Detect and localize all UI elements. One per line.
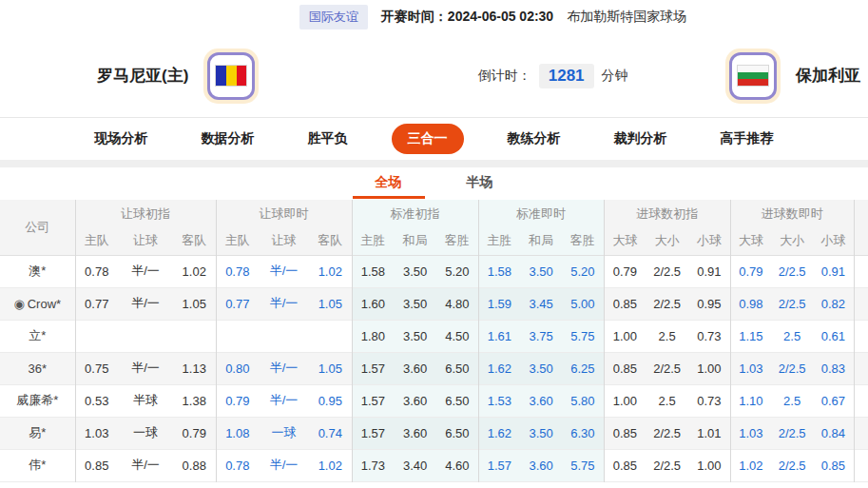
- match-header: 罗马尼亚(主) 倒计时： 1281 分钟 保加利亚: [0, 34, 868, 117]
- company-cell[interactable]: 威廉希*: [0, 384, 75, 417]
- subcol-header: 让球: [259, 227, 309, 255]
- subcol-header: 大小: [771, 227, 813, 255]
- odds-cell: 0.61: [813, 320, 854, 352]
- odds-cell: 1.01: [688, 417, 730, 449]
- group-standard-live: 标准即时: [478, 200, 604, 227]
- odds-cell: 0.98: [730, 287, 771, 320]
- odds-cell: 5.20: [436, 255, 478, 287]
- odds-cell: 0.83: [813, 352, 854, 384]
- odds-cell: 1.03: [730, 417, 771, 449]
- odds-cell: 1.38: [173, 384, 216, 417]
- odds-cell: 0.95: [309, 384, 352, 417]
- odds-cell: 3.50: [394, 255, 436, 287]
- company-cell[interactable]: ◉Crow*: [0, 287, 75, 320]
- odds-cell: 3.60: [394, 352, 436, 384]
- odds-cell: 2.5: [646, 384, 688, 417]
- odds-cell: 1.80: [352, 320, 394, 352]
- cutoff-cell: [854, 417, 868, 449]
- romania-flag-icon: [215, 65, 247, 87]
- odds-cell: 1.60: [352, 287, 394, 320]
- odds-cell: 1.73: [352, 449, 394, 481]
- odds-cell: 0.73: [688, 320, 730, 352]
- subcol-header: 客队: [173, 227, 216, 255]
- odds-cell: 半/一: [118, 255, 173, 287]
- company-column-header: 公司: [0, 200, 75, 255]
- odds-cell: 0.82: [813, 287, 854, 320]
- company-cell[interactable]: 立*: [0, 320, 75, 352]
- odds-cell: 3.40: [394, 449, 436, 481]
- tab-win-draw-lose[interactable]: 胜平负: [299, 124, 357, 154]
- odds-cell: 0.85: [604, 449, 646, 481]
- tab-live-analysis[interactable]: 现场分析: [86, 124, 158, 154]
- subcol-header: 客胜: [562, 227, 604, 255]
- odds-cell: [216, 320, 259, 352]
- odds-cell: 5.75: [562, 449, 604, 481]
- home-flag-frame: [203, 49, 259, 104]
- odds-cell: 1.03: [75, 417, 118, 449]
- odds-cell: 0.88: [173, 449, 216, 481]
- subcol-header: 和局: [520, 227, 562, 255]
- odds-cell: 0.67: [813, 384, 854, 417]
- odds-cell: 0.85: [604, 417, 646, 449]
- odds-cell: 2.5: [771, 320, 813, 352]
- odds-cell: 1.57: [352, 384, 394, 417]
- countdown-unit: 分钟: [602, 68, 628, 85]
- tab-data-analysis[interactable]: 数据分析: [192, 124, 264, 154]
- odds-cell: 0.80: [216, 352, 259, 384]
- home-team-name: 罗马尼亚(主): [97, 65, 188, 87]
- odds-row: 立*1.803.504.501.613.755.751.002.50.731.1…: [0, 320, 868, 352]
- odds-cell: 半/一: [259, 384, 309, 417]
- odds-cell: [75, 320, 118, 352]
- odds-cell: 6.50: [436, 417, 478, 449]
- odds-cell: 1.02: [309, 449, 352, 481]
- odds-cell: 1.08: [216, 417, 259, 449]
- odds-cell: 0.75: [75, 352, 118, 384]
- analysis-nav: 现场分析 数据分析 胜平负 三合一 教练分析 裁判分析 高手推荐: [0, 117, 868, 160]
- odds-cell: 3.60: [520, 384, 562, 417]
- company-cell[interactable]: 澳*: [0, 255, 75, 287]
- odds-cell: 1.13: [173, 352, 216, 384]
- subtab-half-match[interactable]: 半场: [444, 167, 516, 199]
- odds-cell: 0.95: [688, 287, 730, 320]
- tab-referee-analysis[interactable]: 裁判分析: [605, 124, 677, 154]
- odds-cell: 6.50: [436, 384, 478, 417]
- league-badge: 国际友谊: [299, 5, 368, 29]
- tab-three-in-one[interactable]: 三合一: [392, 124, 464, 154]
- odds-cell: 2/2.5: [646, 417, 688, 449]
- company-cell[interactable]: 易*: [0, 417, 75, 449]
- odds-cell: 2/2.5: [771, 449, 813, 481]
- odds-row: 36*0.75半/一1.130.80半/一1.051.573.606.501.6…: [0, 352, 868, 384]
- group-handicap-initial: 让球初指: [75, 200, 216, 227]
- subtab-full-match[interactable]: 全场: [353, 167, 425, 199]
- odds-cell: 6.50: [436, 352, 478, 384]
- odds-row: ◉Crow*0.77半/一1.050.77半/一1.051.603.504.80…: [0, 287, 868, 320]
- odds-table-body: 澳*0.78半/一1.020.78半/一1.021.583.505.201.58…: [0, 255, 868, 481]
- odds-cell: 3.60: [394, 384, 436, 417]
- odds-row: 澳*0.78半/一1.020.78半/一1.021.583.505.201.58…: [0, 255, 868, 287]
- odds-cell: 2/2.5: [771, 352, 813, 384]
- odds-row: 易*1.03一球0.791.08一球0.741.573.606.501.623.…: [0, 417, 868, 449]
- odds-cell: 半/一: [259, 449, 309, 481]
- odds-cell: [259, 320, 309, 352]
- tab-coach-analysis[interactable]: 教练分析: [498, 124, 570, 154]
- odds-cell: 2/2.5: [646, 449, 688, 481]
- odds-cell: 3.50: [520, 417, 562, 449]
- group-goals-initial: 进球数初指: [604, 200, 730, 227]
- company-cell[interactable]: 伟*: [0, 449, 75, 481]
- odds-cell: 1.15: [730, 320, 771, 352]
- odds-cell: 5.20: [562, 255, 604, 287]
- odds-cell: [309, 320, 352, 352]
- company-cell[interactable]: 36*: [0, 352, 75, 384]
- cutoff-cell: [854, 255, 868, 287]
- odds-cell: 1.57: [352, 352, 394, 384]
- venue: 布加勒斯特国家球场: [567, 9, 686, 26]
- subcol-header: 主队: [216, 227, 259, 255]
- odds-cell: 半球: [118, 384, 173, 417]
- tab-expert-picks[interactable]: 高手推荐: [711, 124, 783, 154]
- page: 国际友谊 开赛时间：2024-06-05 02:30 布加勒斯特国家球场 罗马尼…: [0, 0, 868, 488]
- odds-cell: 2/2.5: [646, 352, 688, 384]
- odds-cell: 2/2.5: [771, 287, 813, 320]
- odds-cell: 5.75: [562, 320, 604, 352]
- subcol-header: 让球: [118, 227, 173, 255]
- odds-cell: 0.73: [688, 384, 730, 417]
